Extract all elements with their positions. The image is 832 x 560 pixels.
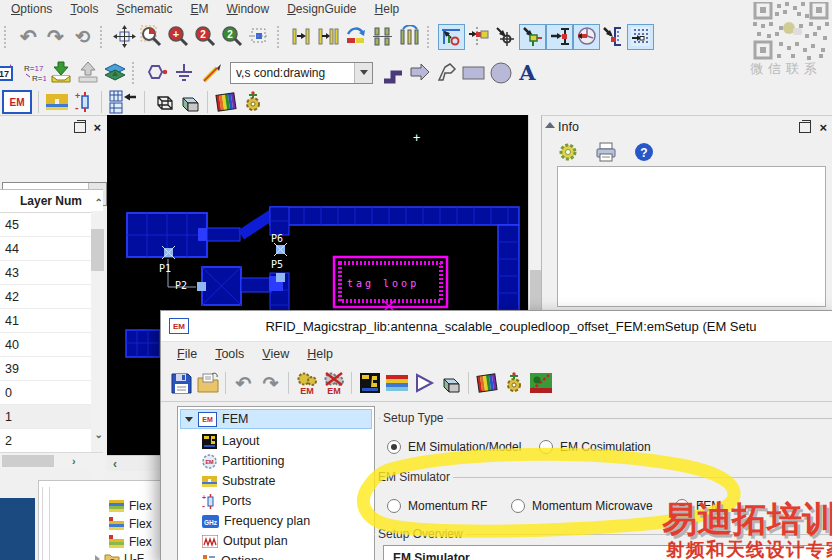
mesh-settings-icon[interactable]: [627, 24, 654, 50]
undo-button[interactable]: ↶: [15, 24, 42, 50]
pin-inline-icon[interactable]: [465, 24, 492, 50]
settings-gear-icon[interactable]: [558, 142, 578, 166]
list-item[interactable]: Flex: [109, 515, 152, 532]
list-item[interactable]: C U-F: [95, 550, 144, 560]
radio-button[interactable]: [387, 440, 401, 454]
menu-designguide[interactable]: DesignGuide: [278, 2, 365, 16]
layer-stack-rainbow-icon[interactable]: [212, 89, 239, 115]
pan-view-icon[interactable]: [111, 24, 138, 50]
snap-to-grid-icon[interactable]: [106, 89, 140, 115]
tree-item-partitioning[interactable]: EM Partitioning: [178, 451, 374, 471]
radio-button[interactable]: [539, 440, 553, 454]
tree-item-layout[interactable]: Layout: [178, 431, 374, 451]
far-field-icon[interactable]: [527, 370, 554, 396]
count-17-icon[interactable]: 17: [0, 60, 20, 86]
splitter-grip[interactable]: [42, 487, 50, 560]
zoom-selection-icon[interactable]: [246, 24, 273, 50]
text-tool-icon[interactable]: A: [514, 60, 541, 86]
tree-item-ports[interactable]: +- Ports: [178, 491, 374, 511]
push-stack-icon[interactable]: [101, 60, 128, 86]
scroll-left-arrow[interactable]: ‹: [113, 457, 117, 471]
undo-button[interactable]: ↶: [230, 370, 257, 396]
dialog-menu-file[interactable]: File: [169, 347, 207, 361]
edge-port-icon[interactable]: [600, 24, 627, 50]
dialog-menu-view[interactable]: View: [254, 347, 299, 361]
list-item[interactable]: Flex: [109, 533, 152, 550]
insert-component-icon[interactable]: [143, 60, 170, 86]
tree-item-options[interactable]: Options: [178, 551, 374, 560]
view-3d-solid-icon[interactable]: [176, 89, 203, 115]
pin-distribute-icon[interactable]: [396, 24, 423, 50]
layout-view-icon[interactable]: [356, 370, 383, 396]
path-arrow-icon[interactable]: [406, 60, 433, 86]
pin-join-icon[interactable]: [315, 24, 342, 50]
tree-item-substrate[interactable]: Substrate: [178, 471, 374, 491]
swap-layers-icon[interactable]: [342, 24, 369, 50]
layer-row[interactable]: 43: [0, 261, 103, 285]
em-setup-button[interactable]: EM: [0, 89, 34, 115]
ground-icon[interactable]: [170, 60, 197, 86]
layer-row[interactable]: 0: [0, 381, 103, 405]
thick-trace-icon[interactable]: [379, 60, 406, 86]
layer-stack-rainbow-icon[interactable]: [473, 370, 500, 396]
scroll-down-arrow[interactable]: ⌄: [95, 424, 103, 442]
menu-help[interactable]: Help: [366, 2, 409, 16]
view-3d-wireframe-icon[interactable]: [149, 89, 176, 115]
zoom-in-2x-icon[interactable]: 2: [192, 24, 219, 50]
tree-item-frequency-plan[interactable]: GHz Frequency plan: [178, 511, 374, 531]
push-into-hierarchy-icon[interactable]: [47, 60, 74, 86]
pin-spread-icon[interactable]: [288, 24, 315, 50]
area-pin-icon[interactable]: [519, 24, 546, 50]
scroll-up-arrow[interactable]: ⌃: [95, 192, 103, 210]
substrate-icon[interactable]: [383, 370, 410, 396]
combo-dropdown-button[interactable]: [354, 63, 372, 83]
close-panel-icon[interactable]: ×: [93, 121, 101, 134]
close-panel-icon[interactable]: ×: [819, 121, 827, 134]
edge-pin-icon[interactable]: [546, 24, 573, 50]
menu-em[interactable]: EM: [181, 2, 217, 16]
tree-item-fem[interactable]: EM FEM: [180, 409, 372, 429]
layer-row[interactable]: 2: [0, 429, 103, 453]
layer-row[interactable]: 42: [0, 285, 103, 309]
pin-align-green-icon[interactable]: [369, 24, 396, 50]
scrollbar-thumb[interactable]: [530, 270, 541, 310]
radio-em-simulation-model[interactable]: EM Simulation/Model: [387, 440, 521, 454]
radio-button[interactable]: [511, 499, 525, 513]
dialog-titlebar[interactable]: EM RFID_Magicstrap_lib:antenna_scalable_…: [161, 311, 832, 342]
help-icon[interactable]: ?: [634, 142, 654, 166]
menu-options[interactable]: Options: [2, 2, 61, 16]
antenna-gear-icon[interactable]: [239, 89, 266, 115]
rotation-pin-icon[interactable]: [573, 24, 600, 50]
radio-momentum-microwave[interactable]: Momentum Microwave: [511, 499, 653, 513]
menu-tools[interactable]: Tools: [61, 2, 107, 16]
scrollbar-thumb[interactable]: [2, 455, 54, 467]
zoom-out-2x-icon[interactable]: 2: [219, 24, 246, 50]
insert-via-icon[interactable]: [492, 24, 519, 50]
layer-horizontal-scrollbar[interactable]: ›: [0, 452, 103, 469]
insert-pin-icon[interactable]: [438, 24, 465, 50]
substrate-editor-icon[interactable]: [43, 89, 70, 115]
collapse-panel-icon[interactable]: [545, 122, 555, 128]
zoom-area-icon[interactable]: [138, 24, 165, 50]
save-button[interactable]: [167, 370, 194, 396]
zoom-in-icon[interactable]: +: [165, 24, 192, 50]
dialog-menu-tools[interactable]: Tools: [207, 347, 254, 361]
redo-button[interactable]: ↷: [257, 370, 284, 396]
simulate-arrow-icon[interactable]: [410, 370, 437, 396]
scroll-right-arrow[interactable]: ›: [72, 455, 76, 467]
port-editor-icon[interactable]: +-: [70, 89, 97, 115]
expander-icon[interactable]: [95, 555, 100, 560]
menu-window[interactable]: Window: [217, 2, 278, 16]
layer-row[interactable]: 39: [0, 357, 103, 381]
view-3d-icon[interactable]: [437, 370, 464, 396]
layer-row[interactable]: 44: [0, 237, 103, 261]
polyline-arrow-icon[interactable]: [433, 60, 460, 86]
tree-item-output-plan[interactable]: Output plan: [178, 531, 374, 551]
layer-row[interactable]: 40: [0, 333, 103, 357]
list-item[interactable]: Flex: [109, 497, 152, 514]
undo-list-button[interactable]: ⟲: [69, 24, 96, 50]
em-stop-icon[interactable]: EM: [320, 370, 347, 396]
layer-row[interactable]: 45: [0, 213, 103, 237]
antenna-gear-icon[interactable]: [500, 370, 527, 396]
rectangle-tool-icon[interactable]: [460, 60, 487, 86]
